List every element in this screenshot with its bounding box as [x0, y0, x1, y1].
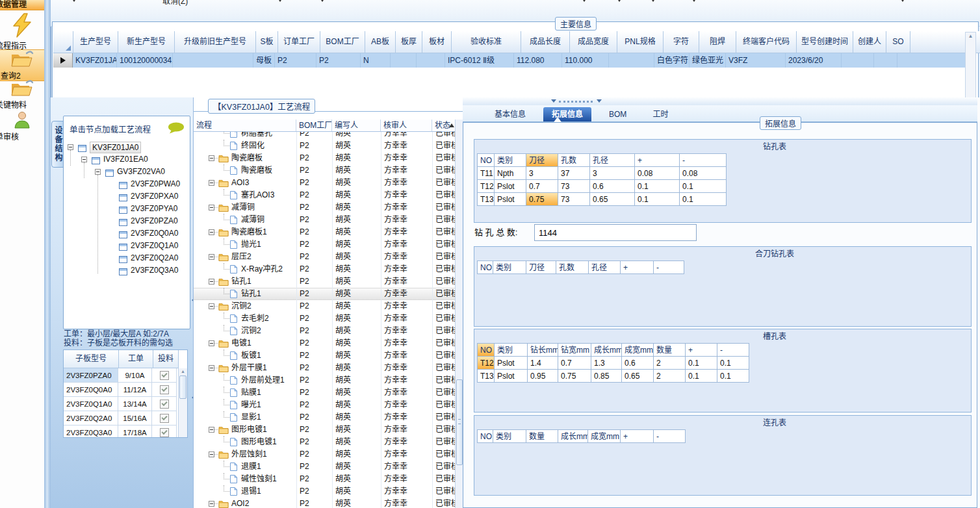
subboard-row[interactable]: 2V3FZ0Q2A015/16A: [64, 411, 187, 425]
grid-column-header[interactable]: 数量: [653, 343, 686, 357]
device-tree-label[interactable]: 2V3FZ0PZA0: [131, 215, 178, 227]
grid-column-header[interactable]: +: [620, 260, 654, 274]
column-header[interactable]: 终端客户代码: [736, 31, 797, 53]
process-row[interactable]: 陶瓷磨板1P2胡英方幸幸已审核: [194, 226, 457, 238]
expand-toggle-icon[interactable]: [68, 144, 73, 150]
device-tree-node[interactable]: GV3FZ02VA0: [64, 166, 190, 178]
process-row[interactable]: 外层干膜1P2胡英方幸幸已审核: [194, 362, 457, 374]
grid-row[interactable]: T13Pslot0.950.750.850.6520.10.1: [478, 370, 749, 383]
process-row[interactable]: 陶瓷磨板P2胡英方幸幸已审核: [194, 164, 457, 177]
device-tree-label[interactable]: 2V3FZ0PXA0: [131, 190, 178, 203]
process-row[interactable]: 贴膜1P2胡英方幸幸已审核: [194, 387, 457, 399]
process-row[interactable]: 外层蚀刻1P2胡英方幸幸已审核: [194, 448, 457, 461]
grid-column-header[interactable]: 孔数: [558, 153, 590, 167]
grid-column-header[interactable]: +: [634, 153, 680, 167]
dropdown-arrow-icon[interactable]: [617, 0, 622, 5]
grid-column-header[interactable]: 孔数: [556, 260, 589, 274]
grid-row[interactable]: T12Pslot0.7730.60.10.1: [478, 180, 727, 193]
device-tree-label[interactable]: IV3FZ01EA0: [103, 153, 148, 166]
column-header[interactable]: 升级前旧生产型号: [175, 31, 256, 53]
grid-column-header[interactable]: 孔径: [589, 153, 635, 167]
dropdown-arrow-icon[interactable]: [691, 0, 697, 5]
process-row[interactable]: 抛光1P2胡英方幸幸已审核: [194, 238, 457, 251]
sidebar-item-2[interactable]: 查询2: [0, 49, 44, 81]
column-header[interactable]: 生产型号: [73, 31, 118, 53]
device-tree-node[interactable]: 2V3FZ0PXA0: [64, 190, 190, 203]
process-row[interactable]: 电镀1P2胡英方幸幸已审核: [194, 337, 457, 349]
column-header[interactable]: 新生产型号: [118, 31, 175, 53]
table-row[interactable]: KV3FZ01JA010012000003412母板P2P2NIPC-6012 …: [53, 53, 977, 68]
process-row[interactable]: AOI3P2胡英方幸幸已审核: [194, 177, 457, 189]
checkbox-checked-icon[interactable]: [160, 371, 169, 380]
process-column-header[interactable]: BOM工厂: [296, 120, 332, 131]
expand-toggle-icon[interactable]: [209, 303, 214, 309]
grid-column-header[interactable]: 刀径: [526, 260, 556, 274]
column-header[interactable]: 成品宽度: [570, 31, 617, 53]
process-row[interactable]: 沉铜2P2胡英方幸幸已审核: [194, 300, 457, 312]
column-header[interactable]: 阻焊: [699, 31, 736, 53]
main-info-scrollbar[interactable]: ▲: [965, 32, 976, 98]
process-row[interactable]: 外层前处理1P2胡英方幸幸已审核: [194, 374, 457, 387]
subboard-column-header[interactable]: 投料: [153, 350, 179, 368]
grid-column-header[interactable]: 类别: [493, 429, 526, 443]
grid-column-header[interactable]: 钻长mm: [527, 343, 558, 357]
device-tree-node[interactable]: IV3FZ01EA0: [64, 153, 190, 166]
dropdown-arrow-icon[interactable]: [582, 0, 587, 5]
drill-total-input[interactable]: [534, 224, 697, 241]
expand-toggle-icon[interactable]: [209, 451, 214, 457]
column-header[interactable]: 板厚: [396, 31, 422, 53]
column-header[interactable]: 订单工厂: [278, 31, 320, 53]
grid-column-header[interactable]: -: [653, 260, 684, 274]
subboard-row[interactable]: 2V3FZ0PZA09/10A: [64, 368, 187, 383]
grid-column-header[interactable]: 刀径: [526, 153, 558, 167]
expand-toggle-icon[interactable]: [209, 340, 214, 346]
expand-toggle-icon[interactable]: [209, 229, 214, 235]
process-row[interactable]: 层压2P2胡英方幸幸已审核: [194, 251, 457, 263]
column-header[interactable]: SO: [886, 31, 910, 53]
sidebar-item-4[interactable]: 单审核: [0, 110, 44, 142]
grid-column-header[interactable]: NO: [477, 260, 493, 274]
process-row[interactable]: 图形电镀1P2胡英方幸幸已审核: [194, 424, 457, 436]
expand-toggle-icon[interactable]: [209, 155, 214, 161]
dropdown-arrow-icon[interactable]: [900, 0, 905, 5]
subboard-row[interactable]: 2V3FZ0Q0A011/12A: [64, 383, 187, 397]
process-row[interactable]: 钻孔1P2胡英方幸幸已审核: [194, 275, 457, 288]
device-tree-node[interactable]: 2V3FZ0PYA0: [64, 203, 190, 215]
process-row[interactable]: AOI2P2胡英方幸幸已审核: [194, 498, 457, 508]
expand-toggle-icon[interactable]: [81, 157, 87, 162]
device-tree-label[interactable]: 2V3FZ0PWA0: [131, 178, 180, 190]
subboard-row[interactable]: 2V3FZ0Q3A017/18A: [64, 425, 187, 437]
process-row[interactable]: 塞孔AOI3P2胡英方幸幸已审核: [194, 189, 457, 201]
grid-column-header[interactable]: 成宽mm: [587, 429, 621, 443]
select-all-cell[interactable]: [53, 31, 73, 53]
process-row[interactable]: 板镀1P2胡英方幸幸已审核: [194, 349, 457, 362]
expand-toggle-icon[interactable]: [209, 279, 214, 285]
checkbox-checked-icon[interactable]: [160, 400, 169, 409]
grid-column-header[interactable]: 类别: [494, 343, 528, 357]
grid-column-header[interactable]: +: [685, 343, 717, 357]
column-header[interactable]: AB板: [365, 31, 396, 53]
subboard-row[interactable]: 2V3FZ0Q1A013/14A: [64, 397, 187, 411]
process-column-header[interactable]: 流程: [194, 120, 296, 131]
process-row[interactable]: 曝光1P2胡英方幸幸已审核: [194, 399, 457, 411]
column-header[interactable]: 板材: [422, 31, 452, 53]
device-tree-label[interactable]: GV3FZ02VA0: [117, 166, 165, 178]
expand-toggle-icon[interactable]: [209, 180, 214, 186]
grid-column-header[interactable]: 钻宽mm: [558, 343, 591, 357]
splitter-grip[interactable]: [559, 101, 593, 103]
grid-column-header[interactable]: NO: [477, 429, 493, 443]
device-tree-label[interactable]: KV3FZ01JA0: [90, 142, 141, 153]
column-header[interactable]: 型号创建时间: [797, 31, 853, 53]
dropdown-arrow-icon[interactable]: [277, 0, 283, 5]
device-tree-label[interactable]: 2V3FZ0Q3A0: [131, 264, 178, 277]
process-column-header[interactable]: 状态: [432, 120, 457, 131]
grid-column-header[interactable]: NO: [477, 153, 495, 167]
checkbox-checked-icon[interactable]: [160, 385, 169, 394]
grid-column-header[interactable]: 孔径: [588, 260, 621, 274]
tab-4[interactable]: 工时: [644, 107, 677, 121]
panel-splitter[interactable]: [188, 97, 193, 508]
grid-column-header[interactable]: -: [717, 343, 749, 357]
dropdown-arrow-icon[interactable]: [320, 0, 325, 5]
process-row[interactable]: 减薄铜P2胡英方幸幸已审核: [194, 201, 457, 214]
expand-toggle-icon[interactable]: [209, 205, 214, 210]
